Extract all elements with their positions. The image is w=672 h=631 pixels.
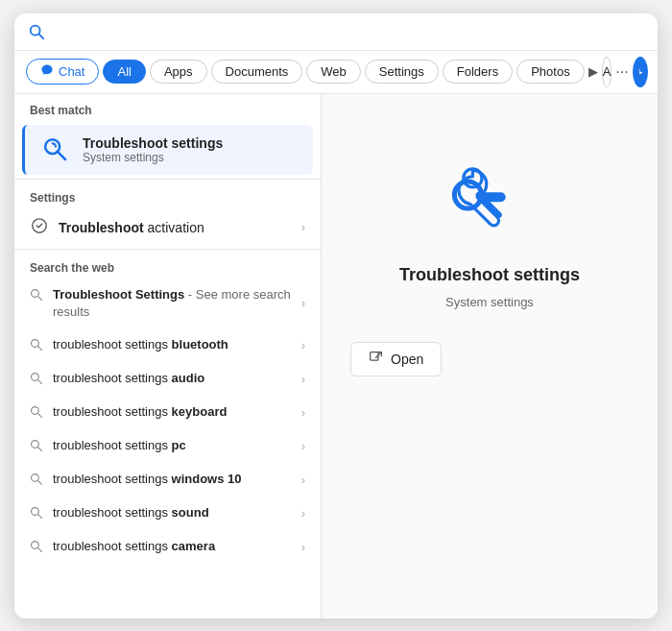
more-options-btn[interactable]: ··· [615,57,628,87]
web-search-icon-0 [30,288,43,304]
web-item-text-6: troubleshoot settings sound [53,504,209,522]
settings-item-label-0: Troubleshoot activation [59,220,204,235]
web-chevron-5: › [301,473,305,487]
web-item-text-3: troubleshoot settings keyboard [53,403,227,421]
web-search-icon-3 [30,405,43,422]
best-match-subtitle: System settings [83,151,223,164]
right-panel-icon [446,152,533,238]
left-panel: Best match Troubleshoot settings System … [14,94,322,619]
chat-label: Chat [59,64,84,79]
filter-photos[interactable]: Photos [516,60,584,84]
chevron-icon-0: › [301,220,305,234]
web-item-5[interactable]: troubleshoot settings windows 10 › [14,463,321,497]
filter-bar: Chat All Apps Documents Web Settings Fol… [14,51,658,94]
web-search-icon-7 [30,540,43,556]
svg-line-17 [38,514,42,518]
web-chevron-3: › [301,405,305,420]
language-btn[interactable]: A [602,57,612,87]
search-icon [28,23,45,40]
best-match-item[interactable]: Troubleshoot settings System settings [22,125,313,175]
activation-icon [30,217,49,238]
svg-line-23 [479,195,499,215]
best-match-icon [38,133,73,167]
filter-apps[interactable]: Apps [150,60,207,84]
svg-line-15 [38,480,42,484]
more-filters-arrow[interactable]: ▶ [588,60,598,85]
web-item-text-0: Troubleshoot Settings - See more search … [53,286,292,321]
filter-folders[interactable]: Folders [443,60,513,84]
search-input[interactable]: Troubleshoot Settings [53,23,644,39]
web-item-0[interactable]: Troubleshoot Settings - See more search … [14,279,321,328]
svg-line-9 [38,379,42,383]
filter-documents[interactable]: Documents [211,60,303,84]
web-item-1[interactable]: troubleshoot settings bluetooth › [14,328,321,362]
filter-chat[interactable]: Chat [26,59,99,85]
filter-web[interactable]: Web [306,60,361,84]
open-icon [369,351,383,368]
settings-section-label: Settings [14,182,321,208]
best-match-label: Best match [14,94,321,121]
web-search-icon-4 [30,439,43,455]
web-item-6[interactable]: troubleshoot settings sound › [14,497,321,530]
web-item-text-4: troubleshoot settings pc [53,437,186,454]
divider-1 [14,179,321,180]
web-search-icon-5 [30,473,43,489]
web-chevron-1: › [301,338,305,352]
web-item-text-5: troubleshoot settings windows 10 [53,471,242,488]
svg-line-11 [38,413,42,417]
right-panel-title: Troubleshoot settings [399,265,580,285]
divider-2 [14,249,321,250]
web-item-text-7: troubleshoot settings camera [53,538,215,555]
web-item-7[interactable]: troubleshoot settings camera › [14,530,321,564]
web-chevron-6: › [301,506,305,521]
search-container: Troubleshoot Settings Chat All Apps Docu… [14,13,658,619]
svg-line-19 [38,547,42,551]
web-item-text-2: troubleshoot settings audio [53,370,204,387]
web-search-icon-1 [30,338,43,354]
right-panel-subtitle: System settings [445,295,534,309]
web-item-2[interactable]: troubleshoot settings audio › [14,362,321,396]
web-chevron-0: › [301,296,305,310]
svg-line-5 [38,296,42,300]
filter-all[interactable]: All [103,60,145,84]
best-match-title: Troubleshoot settings [83,135,223,151]
open-label: Open [391,352,423,367]
bing-btn[interactable] [633,57,648,87]
chat-icon [40,63,54,80]
main-content: Best match Troubleshoot settings System … [14,94,658,619]
search-bar: Troubleshoot Settings [14,13,658,51]
web-chevron-4: › [301,439,305,453]
web-search-icon-2 [30,372,43,388]
web-item-4[interactable]: troubleshoot settings pc › [14,429,321,463]
filter-settings[interactable]: Settings [365,60,439,84]
svg-line-1 [39,34,44,38]
svg-line-7 [38,346,42,350]
best-match-text: Troubleshoot settings System settings [83,135,223,164]
svg-line-13 [38,447,42,450]
open-button[interactable]: Open [350,342,442,376]
web-search-icon-6 [30,506,43,522]
search-web-label: Search the web [14,252,321,279]
web-chevron-7: › [301,540,305,554]
settings-item-0[interactable]: Troubleshoot activation › [14,208,321,247]
right-panel: Troubleshoot settings System settings Op… [322,94,658,619]
web-item-text-1: troubleshoot settings bluetooth [53,336,228,353]
web-chevron-2: › [301,372,305,386]
web-item-3[interactable]: troubleshoot settings keyboard › [14,396,321,429]
